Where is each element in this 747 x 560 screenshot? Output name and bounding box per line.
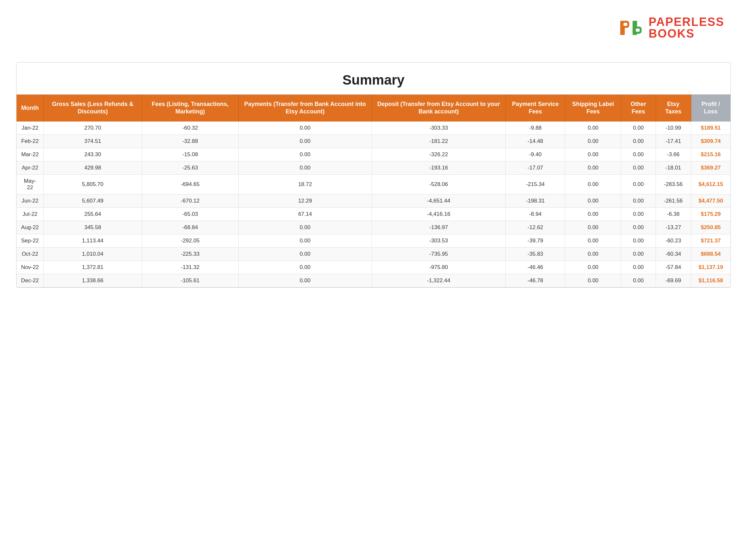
cell-payments: 0.00 bbox=[239, 247, 372, 261]
cell-etsy_taxes: -69.69 bbox=[655, 274, 691, 287]
cell-payments: 12.29 bbox=[239, 194, 372, 207]
cell-payment_service_fees: -17.07 bbox=[506, 161, 565, 175]
cell-shipping_label_fees: 0.00 bbox=[565, 122, 621, 135]
cell-shipping_label_fees: 0.00 bbox=[565, 234, 621, 247]
summary-title: Summary bbox=[17, 62, 730, 95]
svg-rect-2 bbox=[623, 23, 627, 26]
col-gross-sales: Gross Sales (Less Refunds & Discounts) bbox=[44, 95, 142, 122]
cell-gross_sales: 1,372.81 bbox=[44, 261, 142, 274]
cell-gross_sales: 5,607.49 bbox=[44, 194, 142, 207]
cell-fees: -60.32 bbox=[142, 122, 239, 135]
cell-etsy_taxes: -3.66 bbox=[655, 148, 691, 161]
cell-profit_loss: $215.16 bbox=[691, 148, 730, 161]
cell-other_fees: 0.00 bbox=[621, 207, 655, 221]
table-row: Feb-22374.51-32.880.00-181.22-14.480.000… bbox=[17, 134, 730, 148]
cell-gross_sales: 243.30 bbox=[44, 148, 142, 161]
col-month: Month bbox=[17, 95, 44, 122]
cell-payment_service_fees: -46.46 bbox=[506, 261, 565, 274]
cell-profit_loss: $688.54 bbox=[691, 247, 730, 261]
cell-shipping_label_fees: 0.00 bbox=[565, 148, 621, 161]
cell-gross_sales: 1,113.44 bbox=[44, 234, 142, 247]
cell-shipping_label_fees: 0.00 bbox=[565, 261, 621, 274]
cell-fees: -68.84 bbox=[142, 221, 239, 234]
cell-fees: -25.63 bbox=[142, 161, 239, 175]
cell-gross_sales: 374.51 bbox=[44, 134, 142, 148]
cell-fees: -670.12 bbox=[142, 194, 239, 207]
cell-other_fees: 0.00 bbox=[621, 134, 655, 148]
cell-month: Nov-22 bbox=[17, 261, 44, 274]
cell-other_fees: 0.00 bbox=[621, 194, 655, 207]
cell-payment_service_fees: -39.79 bbox=[506, 234, 565, 247]
cell-profit_loss: $175.29 bbox=[691, 207, 730, 221]
logo-icon bbox=[619, 18, 645, 37]
cell-gross_sales: 5,805.70 bbox=[44, 175, 142, 194]
cell-payment_service_fees: -215.34 bbox=[506, 175, 565, 194]
col-deposit: Deposit (Transfer from Etsy Account to y… bbox=[371, 95, 506, 122]
cell-fees: -131.32 bbox=[142, 261, 239, 274]
cell-fees: -105.61 bbox=[142, 274, 239, 287]
cell-payment_service_fees: -35.83 bbox=[506, 247, 565, 261]
cell-month: Feb-22 bbox=[17, 134, 44, 148]
cell-etsy_taxes: -283.56 bbox=[655, 175, 691, 194]
cell-fees: -694.65 bbox=[142, 175, 239, 194]
cell-payments: 0.00 bbox=[239, 234, 372, 247]
cell-fees: -32.88 bbox=[142, 134, 239, 148]
cell-other_fees: 0.00 bbox=[621, 234, 655, 247]
cell-shipping_label_fees: 0.00 bbox=[565, 134, 621, 148]
cell-payments: 0.00 bbox=[239, 161, 372, 175]
cell-shipping_label_fees: 0.00 bbox=[565, 207, 621, 221]
cell-gross_sales: 255.64 bbox=[44, 207, 142, 221]
cell-gross_sales: 1,338.66 bbox=[44, 274, 142, 287]
cell-profit_loss: $721.37 bbox=[691, 234, 730, 247]
cell-other_fees: 0.00 bbox=[621, 247, 655, 261]
cell-month: Dec-22 bbox=[17, 274, 44, 287]
cell-etsy_taxes: -10.99 bbox=[655, 122, 691, 135]
cell-payments: 0.00 bbox=[239, 122, 372, 135]
page: PAPERLESS BOOKS Summary Month Gross Sale… bbox=[0, 0, 747, 560]
cell-payments: 0.00 bbox=[239, 221, 372, 234]
logo: PAPERLESS BOOKS bbox=[619, 16, 724, 39]
cell-deposit: -326.22 bbox=[371, 148, 506, 161]
cell-deposit: -4,651.44 bbox=[371, 194, 506, 207]
cell-etsy_taxes: -17.41 bbox=[655, 134, 691, 148]
table-header: Month Gross Sales (Less Refunds & Discou… bbox=[17, 95, 730, 122]
logo-area: PAPERLESS BOOKS bbox=[10, 10, 737, 43]
cell-month: Mar-22 bbox=[17, 148, 44, 161]
table-row: Apr-22429.98-25.630.00-193.16-17.070.000… bbox=[17, 161, 730, 175]
cell-payment_service_fees: -14.48 bbox=[506, 134, 565, 148]
cell-fees: -292.05 bbox=[142, 234, 239, 247]
cell-month: Jan-22 bbox=[17, 122, 44, 135]
cell-payment_service_fees: -46.78 bbox=[506, 274, 565, 287]
col-shipping-label-fees: Shipping Label Fees bbox=[565, 95, 621, 122]
cell-payments: 18.72 bbox=[239, 175, 372, 194]
cell-etsy_taxes: -261.56 bbox=[655, 194, 691, 207]
cell-profit_loss: $1,137.19 bbox=[691, 261, 730, 274]
cell-shipping_label_fees: 0.00 bbox=[565, 161, 621, 175]
logo-paperless-text: PAPERLESS bbox=[649, 16, 724, 28]
cell-shipping_label_fees: 0.00 bbox=[565, 247, 621, 261]
table-row: Jun-225,607.49-670.1212.29-4,651.44-198.… bbox=[17, 194, 730, 207]
table-body: Jan-22270.70-60.320.00-303.33-9.880.000.… bbox=[17, 122, 730, 288]
cell-fees: -225.33 bbox=[142, 247, 239, 261]
table-row: Aug-22345.58-68.840.00-136.97-12.620.000… bbox=[17, 221, 730, 234]
cell-gross_sales: 1,010.04 bbox=[44, 247, 142, 261]
cell-deposit: -1,322.44 bbox=[371, 274, 506, 287]
cell-payments: 0.00 bbox=[239, 261, 372, 274]
summary-table: Month Gross Sales (Less Refunds & Discou… bbox=[17, 95, 730, 288]
cell-month: Jun-22 bbox=[17, 194, 44, 207]
cell-other_fees: 0.00 bbox=[621, 161, 655, 175]
cell-profit_loss: $369.27 bbox=[691, 161, 730, 175]
cell-etsy_taxes: -60.34 bbox=[655, 247, 691, 261]
table-row: Sep-221,113.44-292.050.00-303.53-39.790.… bbox=[17, 234, 730, 247]
cell-payments: 0.00 bbox=[239, 134, 372, 148]
summary-container: Summary Month Gross Sales (Less Refunds … bbox=[16, 62, 731, 288]
table-row: Dec-221,338.66-105.610.00-1,322.44-46.78… bbox=[17, 274, 730, 287]
cell-deposit: -303.53 bbox=[371, 234, 506, 247]
cell-shipping_label_fees: 0.00 bbox=[565, 175, 621, 194]
cell-profit_loss: $189.51 bbox=[691, 122, 730, 135]
cell-payments: 67.14 bbox=[239, 207, 372, 221]
cell-payment_service_fees: -9.40 bbox=[506, 148, 565, 161]
cell-other_fees: 0.00 bbox=[621, 274, 655, 287]
cell-deposit: -4,416.16 bbox=[371, 207, 506, 221]
col-etsy-taxes: Etsy Taxes bbox=[655, 95, 691, 122]
